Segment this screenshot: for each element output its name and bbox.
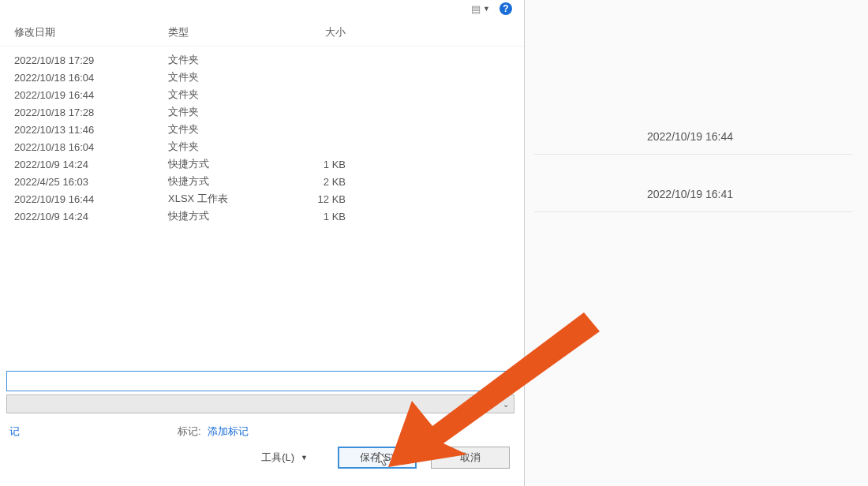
file-type: 快捷方式 <box>168 209 275 223</box>
chevron-down-icon: ⌄ <box>503 400 509 409</box>
chevron-down-icon: ▼ <box>483 5 490 13</box>
meta-row: 记 标记: 添加标记 <box>6 413 514 439</box>
file-size: 1 KB <box>275 159 361 170</box>
file-row[interactable]: 2022/10/19 16:44XLSX 工作表12 KB <box>14 190 524 207</box>
file-row[interactable]: 2022/10/18 17:29文件夹 <box>14 51 524 69</box>
file-date: 2022/10/18 16:04 <box>14 141 168 153</box>
dialog-toolbar: ▤ ▼ ? <box>0 0 524 17</box>
file-date: 2022/10/9 14:24 <box>14 211 168 222</box>
file-date: 2022/10/18 17:29 <box>14 54 168 66</box>
file-date: 2022/10/13 11:46 <box>14 124 168 136</box>
file-date: 2022/10/18 17:28 <box>14 107 168 118</box>
view-mode-button[interactable]: ▤ ▼ <box>471 3 490 15</box>
tools-button[interactable]: 工具(L) ▼ <box>261 450 308 465</box>
file-row[interactable]: 2022/10/18 16:04文件夹 <box>14 69 524 86</box>
column-header-size[interactable]: 大小 <box>275 25 361 39</box>
column-header-type[interactable]: 类型 <box>168 25 275 39</box>
author-fragment[interactable]: 记 <box>9 424 20 439</box>
file-type: XLSX 工作表 <box>168 192 275 206</box>
tag-label: 标记: <box>178 424 201 439</box>
add-tag-link[interactable]: 添加标记 <box>208 424 249 439</box>
bg-timestamp-1: 2022/10/19 16:44 <box>647 130 733 143</box>
file-date: 2022/10/19 16:44 <box>14 193 168 205</box>
save-as-dialog: ▤ ▼ ? 修改日期 类型 大小 2022/10/18 17:29文件夹2022… <box>0 0 525 486</box>
file-type: 文件夹 <box>168 122 275 136</box>
save-button[interactable]: 保存(S) <box>338 447 417 469</box>
help-icon[interactable]: ? <box>499 2 512 15</box>
file-list: 2022/10/18 17:29文件夹2022/10/18 16:04文件夹20… <box>0 47 524 225</box>
file-type: 文件夹 <box>168 105 275 119</box>
file-size: 1 KB <box>275 211 361 222</box>
file-row[interactable]: 2022/10/9 14:24快捷方式1 KB <box>14 155 524 173</box>
file-date: 2022/10/9 14:24 <box>14 159 168 170</box>
file-date: 2022/10/18 16:04 <box>14 72 168 84</box>
chevron-down-icon: ▼ <box>301 454 308 462</box>
file-type: 文件夹 <box>168 88 275 102</box>
dialog-button-row: 工具(L) ▼ 保存(S) 取消 <box>0 439 524 486</box>
column-header-date[interactable]: 修改日期 <box>14 25 168 39</box>
file-row[interactable]: 2022/10/18 16:04文件夹 <box>14 138 524 155</box>
file-date: 2022/4/25 16:03 <box>14 176 168 188</box>
bg-timestamp-2: 2022/10/19 16:41 <box>647 188 733 200</box>
file-type: 快捷方式 <box>168 157 275 171</box>
file-row[interactable]: 2022/10/19 16:44文件夹 <box>14 86 524 103</box>
file-row[interactable]: 2022/4/25 16:03快捷方式2 KB <box>14 173 524 190</box>
filename-area: ⌄ ⌄ 记 标记: 添加标记 <box>0 371 524 439</box>
file-type: 文件夹 <box>168 53 275 67</box>
file-row[interactable]: 2022/10/9 14:24快捷方式1 KB <box>14 207 524 225</box>
chevron-down-icon: ⌄ <box>503 377 509 386</box>
background-panel: 2022/10/19 16:44 2022/10/19 16:41 <box>525 0 868 486</box>
file-list-header: 修改日期 类型 大小 <box>0 17 524 47</box>
view-icon: ▤ <box>471 3 480 15</box>
file-type: 快捷方式 <box>168 174 275 189</box>
filename-input[interactable]: ⌄ <box>6 371 514 391</box>
file-row[interactable]: 2022/10/13 11:46文件夹 <box>14 121 524 138</box>
file-type: 文件夹 <box>168 70 275 84</box>
file-size: 2 KB <box>275 176 361 188</box>
filetype-select[interactable]: ⌄ <box>6 394 514 413</box>
file-size: 12 KB <box>275 193 361 205</box>
file-row[interactable]: 2022/10/18 17:28文件夹 <box>14 103 524 121</box>
file-date: 2022/10/19 16:44 <box>14 89 168 101</box>
file-type: 文件夹 <box>168 140 275 154</box>
cancel-button[interactable]: 取消 <box>431 447 510 469</box>
